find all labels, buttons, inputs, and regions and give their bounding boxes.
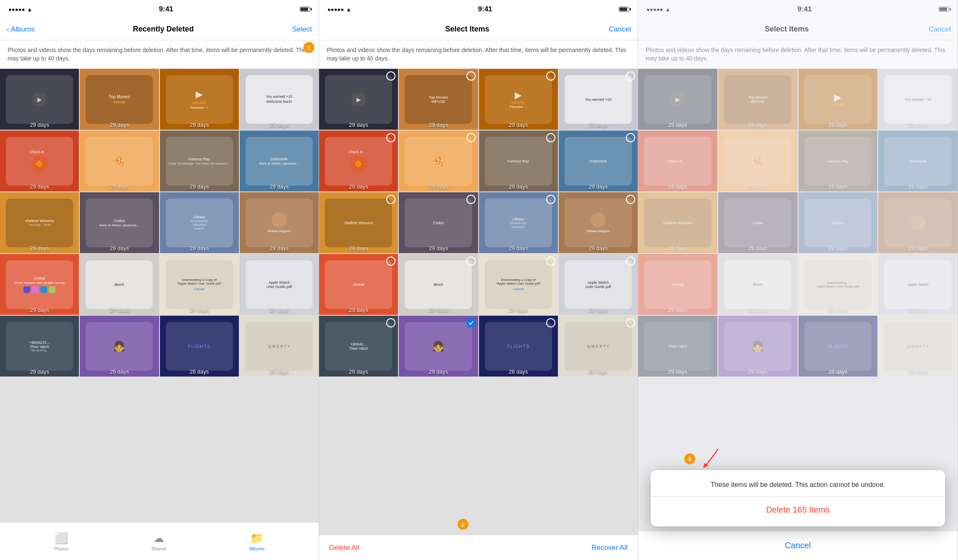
- mini-content: Check in 📍🔶: [325, 137, 392, 186]
- photo-cell-1-8[interactable]: DubrovnikBack at Shoko, japanese... 29 d…: [240, 131, 319, 191]
- photo-cell-1-2[interactable]: Top Movies INFUSE 29 days: [80, 69, 159, 130]
- mini-content: William Hughes: [565, 199, 632, 247]
- photo-cell-1-20[interactable]: Q W E R T Y 28 days: [240, 316, 319, 377]
- photo-cell-2-10[interactable]: Codes 29 days: [399, 192, 478, 253]
- photo-cell-3-3: ▶INFUSE29 days: [798, 69, 878, 130]
- days-label: 29 days: [160, 245, 239, 251]
- days-label: 29 days: [479, 245, 558, 251]
- photo-cell-1-18[interactable]: 👧 29 days: [80, 316, 159, 377]
- photo-cell-1-14[interactable]: Bloch 29 days: [80, 254, 159, 315]
- mini-content: AirMailShare impacts with people nearby: [6, 260, 73, 309]
- alert-message: These items will be deleted. This action…: [659, 480, 937, 489]
- mini-content: Famous RayHope Schmenge: You have the ba…: [166, 137, 233, 186]
- back-button-1[interactable]: ‹ Albums: [7, 25, 34, 34]
- cancel-bar: Cancel: [638, 531, 958, 560]
- days-label: 29 days: [80, 183, 159, 190]
- photo-cell-2-16[interactable]: Apple WatchUser Guide.pdf 29 days: [559, 254, 638, 315]
- photo-cell-1-5[interactable]: Check in 📍 🔶 29 days: [0, 131, 79, 191]
- selection-circle: [466, 256, 476, 266]
- mini-content: Vladimir Wissons: [325, 199, 392, 247]
- photo-cell-1-15[interactable]: Downloading a Copy of"Apple Watch User G…: [160, 254, 239, 315]
- days-label: 29 days: [160, 122, 239, 128]
- photo-cell-2-15[interactable]: Downloading a Copy of"Apple Watch User G…: [479, 254, 558, 315]
- cancel-button-3[interactable]: Cancel: [929, 25, 951, 34]
- tab-photos[interactable]: ⬜ Photos: [54, 532, 68, 551]
- photo-cell-2-1[interactable]: ▶ 29 days: [319, 69, 398, 130]
- days-label: 29 days: [0, 245, 79, 251]
- select-button-1[interactable]: Select: [292, 25, 312, 34]
- photo-cell-1-11[interactable]: Library Downloads Watchlist Search 29 da…: [160, 192, 239, 253]
- photo-cell-2-13[interactable]: AirMail 29 days: [319, 254, 398, 315]
- photo-cell-2-9[interactable]: Vladimir Wissons 29 days: [319, 192, 398, 253]
- mini-content: Top Movies INFUSE: [86, 75, 153, 124]
- mini-content: Famous Ray: [485, 137, 552, 186]
- panel-delete-confirm: ●●●●● ▲ 9:41 Select Items Cancel Photos …: [638, 0, 958, 560]
- recover-all-button[interactable]: Recover All: [592, 544, 628, 552]
- selection-circle: [626, 195, 635, 204]
- mini-content: You earned +10Welcome back!: [246, 75, 313, 124]
- days-label: 29 days: [319, 122, 398, 128]
- photo-cell-2-14[interactable]: Bloch 29 days: [399, 254, 478, 315]
- photo-cell-1-9[interactable]: Vladimir Wissons Tuesday · Mute 29 days: [0, 192, 79, 253]
- photo-cell-1-19[interactable]: FLIGHTS 28 days: [160, 316, 239, 377]
- photo-cell-2-3[interactable]: ▶INFUSEFavorites ☆ 29 days: [479, 69, 558, 130]
- mini-content: Apple WatchUser Guide.pdf: [565, 260, 632, 309]
- photo-cell-2-11[interactable]: LibraryDownloadsWatchlist 29 days: [479, 192, 558, 253]
- photo-cell-2-18[interactable]: 👧 29 days: [399, 316, 478, 377]
- signal-icons-2: ●●●●● ▲: [327, 6, 351, 13]
- days-label: 29 days: [160, 183, 239, 190]
- tab-shared[interactable]: ☁ Shared: [152, 532, 166, 551]
- photo-cell-1-1[interactable]: ▶ 29 days: [0, 69, 79, 130]
- days-label: 29 days: [878, 122, 958, 128]
- tab-photos-label: Photos: [54, 546, 68, 551]
- battery-area: [300, 7, 310, 12]
- photo-cell-2-4[interactable]: You earned +10 29 days: [559, 69, 638, 130]
- photo-cell-3-8: Dubrovnik29 days: [878, 131, 958, 191]
- days-label: 29 days: [319, 369, 398, 375]
- days-label: 28 days: [240, 369, 319, 375]
- back-label-1[interactable]: Albums: [11, 25, 35, 34]
- mini-content: Q W E R T Y: [565, 322, 632, 371]
- photo-cell-1-6[interactable]: 🍕 29 days: [80, 131, 159, 191]
- photo-cell-1-3[interactable]: ▶ INFUSE Favorites ☆ 29 days: [160, 69, 239, 130]
- cancel-large-button[interactable]: Cancel: [785, 541, 811, 550]
- mini-content: 🍕: [405, 137, 472, 186]
- tab-albums[interactable]: 📁 Albums: [249, 532, 265, 551]
- photo-cell-2-7[interactable]: Famous Ray 29 days: [479, 131, 558, 191]
- photo-cell-3-4: You earned +1029 days: [878, 69, 958, 130]
- days-label: 29 days: [798, 307, 878, 313]
- photo-cell-2-8[interactable]: Dubrovnik 29 days: [559, 131, 638, 191]
- photo-cell-2-6[interactable]: 🍕 29 days: [399, 131, 478, 191]
- photo-cell-1-7[interactable]: Famous RayHope Schmenge: You have the ba…: [160, 131, 239, 191]
- cellular-icon-2: ●●●●●: [327, 6, 344, 13]
- signal-icons-3: ●●●●● ▲: [647, 6, 670, 13]
- mini-content: 👧: [405, 322, 472, 371]
- status-bar-1: ●●●●● ▲ 9:41: [0, 0, 319, 18]
- panel-recently-deleted: ●●●●● ▲ 9:41 ‹ Albums Recently Deleted S…: [0, 0, 319, 560]
- selection-circle-selected: [466, 318, 476, 327]
- photo-cell-2-17[interactable]: +86942...Theo Vatch 29 days: [319, 316, 398, 377]
- days-label: 29 days: [240, 307, 319, 313]
- photo-cell-2-12[interactable]: William Hughes 29 days: [559, 192, 638, 253]
- delete-items-button[interactable]: Delete 165 Items: [659, 502, 937, 518]
- photo-cell-1-12[interactable]: William Hughes 29 days: [240, 192, 319, 253]
- photo-cell-1-10[interactable]: CodesBack at Shoko, japanese... 29 days: [80, 192, 159, 253]
- photo-cell-2-2[interactable]: Top MoviesINFUSE 29 days: [399, 69, 478, 130]
- photo-cell-2-19[interactable]: FLIGHTS 28 days: [479, 316, 558, 377]
- cancel-button-2[interactable]: Cancel: [609, 25, 631, 34]
- photo-cell-2-5[interactable]: Check in 📍🔶 29 days: [319, 131, 398, 191]
- photo-cell-1-13[interactable]: AirMailShare impacts with people nearby …: [0, 254, 79, 315]
- delete-all-button[interactable]: Delete All: [329, 544, 359, 552]
- days-label: 29 days: [559, 245, 638, 251]
- time-display-3: 9:41: [798, 5, 812, 13]
- selection-circle: [546, 318, 555, 327]
- nav-bar-3: Select Items Cancel: [638, 18, 958, 40]
- days-label: 29 days: [240, 122, 319, 128]
- info-banner-2: Photos and videos show the days remainin…: [319, 40, 638, 69]
- days-label: 29 days: [80, 122, 159, 128]
- photo-cell-1-17[interactable]: +8694215...Theo Vatch File sending... 29…: [0, 316, 79, 377]
- photo-cell-1-4[interactable]: You earned +10Welcome back! 29 days: [240, 69, 319, 130]
- photo-cell-1-16[interactable]: Apple WatchUser Guide.pdf 29 days: [240, 254, 319, 315]
- photo-cell-2-20[interactable]: Q W E R T Y 28 days: [559, 316, 638, 377]
- nav-title-3: Select Items: [765, 25, 809, 34]
